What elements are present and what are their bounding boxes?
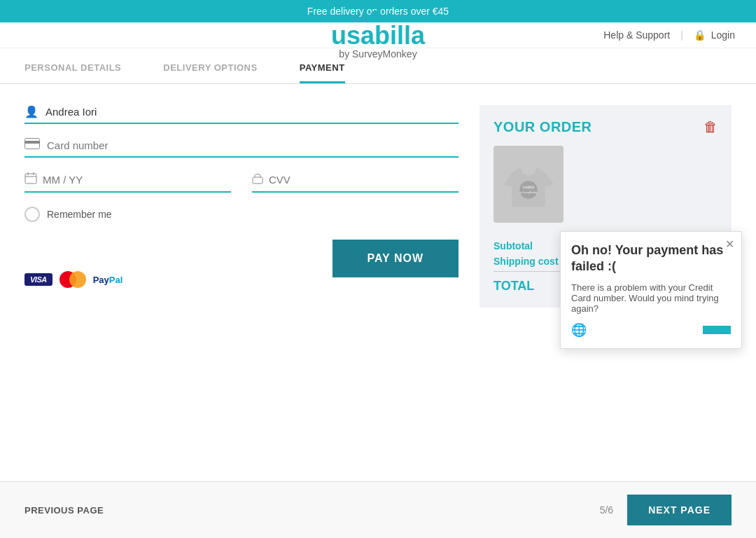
page-indicator: 5/6	[600, 504, 613, 516]
name-group: 👤	[24, 105, 458, 124]
footer-right: 5/6 NEXT PAGE	[600, 495, 732, 525]
paypal-logo: PayPal	[93, 275, 123, 285]
logo-text-main: usabilla	[331, 23, 425, 48]
card-number-input[interactable]	[47, 139, 458, 151]
svg-rect-6	[253, 177, 262, 184]
login-label: Login	[711, 29, 735, 41]
card-input-wrapper	[24, 138, 458, 158]
header-divider: |	[680, 29, 683, 41]
visa-logo: VISA	[24, 273, 52, 286]
dot-2	[370, 11, 382, 22]
next-page-button[interactable]: NEXT PAGE	[627, 495, 732, 525]
footer: PREVIOUS PAGE 5/6 NEXT PAGE	[0, 481, 756, 538]
payment-form: 👤	[24, 105, 458, 308]
tshirt-svg: usabilla by SurveyMonkey	[500, 156, 556, 212]
popup-action-button[interactable]	[703, 326, 731, 334]
step-payment[interactable]: PAYMENT	[300, 62, 345, 83]
subtotal-label: Subtotal	[493, 240, 533, 251]
cvv-lock-icon	[252, 172, 263, 187]
calendar-icon	[24, 172, 37, 187]
card-group	[24, 138, 458, 158]
card-icon	[24, 138, 40, 152]
globe-icon: 🌐	[571, 322, 587, 338]
user-icon: 👤	[24, 105, 38, 118]
popup-close-button[interactable]: ✕	[725, 237, 734, 251]
svg-text:by SurveyMonkey: by SurveyMonkey	[519, 191, 538, 194]
name-input[interactable]	[46, 106, 458, 118]
cvv-input-wrapper	[252, 172, 458, 193]
date-input[interactable]	[43, 174, 176, 186]
remember-label: Remember me	[47, 209, 112, 220]
popup-body: There is a problem with your Credit Card…	[571, 282, 731, 314]
date-input-wrapper	[24, 172, 231, 193]
svg-rect-2	[25, 174, 36, 184]
order-title: YOUR ORDER	[493, 119, 718, 135]
mastercard-logo	[59, 271, 86, 288]
payment-popup: ✕ Oh no! Your payment has failed :( Ther…	[560, 231, 742, 349]
header: usabilla by SurveyMonkey Help & Support …	[0, 22, 756, 48]
logo-text-sub: by SurveyMonkey	[339, 48, 416, 60]
remember-row: Remember me	[24, 207, 458, 222]
help-support-link[interactable]: Help & Support	[603, 29, 670, 41]
step-delivery[interactable]: DELIVERY OPTIONS	[163, 62, 257, 83]
payment-logos: VISA PayPal	[24, 271, 332, 288]
popup-title: Oh no! Your payment has failed :(	[571, 242, 731, 275]
order-item: usabilla by SurveyMonkey	[493, 146, 718, 223]
popup-footer: 🌐	[571, 322, 731, 338]
lock-icon: 🔒	[694, 29, 706, 41]
svg-text:usabilla: usabilla	[523, 186, 535, 189]
previous-page-link[interactable]: PREVIOUS PAGE	[24, 505, 104, 516]
step-personal[interactable]: PERSONAL DETAILS	[24, 62, 121, 83]
trash-icon[interactable]: 🗑	[704, 119, 718, 135]
name-input-wrapper: 👤	[24, 105, 458, 124]
pay-now-button[interactable]: PAY NOW	[332, 240, 459, 277]
remember-checkbox[interactable]	[24, 207, 40, 222]
date-cvv-row	[24, 172, 458, 193]
header-actions: Help & Support | 🔒 Login	[603, 29, 735, 41]
logo-dots	[362, 11, 394, 22]
login-link[interactable]: 🔒 Login	[694, 29, 735, 41]
svg-point-8	[519, 181, 538, 199]
svg-rect-1	[24, 141, 40, 144]
shipping-label: Shipping cost	[493, 256, 559, 267]
product-image: usabilla by SurveyMonkey	[493, 146, 564, 223]
total-label: TOTAL	[493, 279, 534, 294]
cvv-input[interactable]	[269, 174, 402, 186]
logo: usabilla by SurveyMonkey	[331, 11, 425, 60]
